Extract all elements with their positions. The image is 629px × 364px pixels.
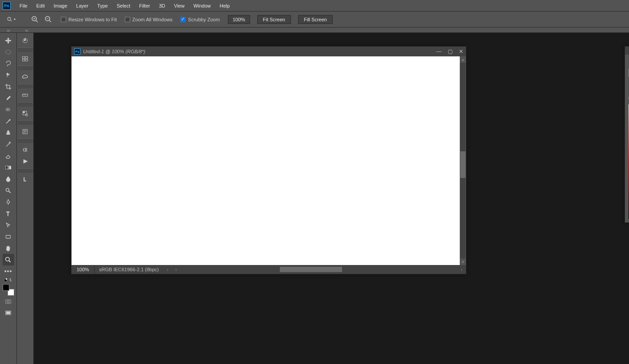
menu-select[interactable]: Select	[112, 1, 135, 10]
zoom-value-field[interactable]: 100%	[228, 15, 250, 24]
cloud-panel-icon[interactable]	[20, 71, 31, 83]
zoom-all-checkbox[interactable]: Zoom All Windows	[125, 17, 172, 22]
panel-divider	[18, 47, 33, 52]
svg-point-15	[6, 188, 9, 191]
play-panel-icon[interactable]	[20, 155, 31, 167]
menu-view[interactable]: View	[170, 1, 189, 10]
scroll-thumb[interactable]	[280, 267, 342, 272]
scroll-up-icon[interactable]: ▴	[462, 56, 464, 63]
vertical-scrollbar[interactable]: ▴ ▾	[460, 56, 466, 265]
paragraph-panel-icon[interactable]	[20, 126, 31, 137]
history-brush-tool[interactable]	[3, 138, 14, 150]
maximize-icon[interactable]: ▢	[448, 48, 453, 55]
app-icon: Ps	[3, 2, 11, 10]
svg-text:L: L	[24, 177, 26, 182]
close-icon[interactable]: ✕	[459, 48, 463, 55]
panel-divider	[18, 120, 33, 125]
scrubby-zoom-checkbox[interactable]: Scrubby Zoom	[180, 17, 220, 22]
menu-type[interactable]: Type	[93, 1, 112, 10]
scroll-left-icon[interactable]: ‹	[172, 267, 180, 272]
type-panel-icon[interactable]: L	[20, 174, 31, 185]
menu-window[interactable]: Window	[189, 1, 215, 10]
svg-rect-31	[25, 59, 28, 61]
screen-mode-tool[interactable]	[3, 307, 14, 319]
panel-divider	[18, 138, 33, 143]
minimize-icon[interactable]: —	[436, 48, 442, 55]
crop-tool[interactable]	[3, 81, 14, 92]
menu-edit[interactable]: Edit	[32, 1, 49, 10]
panel-divider	[18, 168, 33, 173]
svg-point-9	[6, 50, 11, 54]
edit-toolbar[interactable]: •••	[3, 265, 14, 277]
navigator-panel-icon[interactable]	[20, 35, 31, 46]
document-canvas[interactable]	[72, 56, 460, 265]
panel-divider	[18, 66, 33, 70]
scroll-thumb[interactable]	[460, 151, 466, 178]
svg-point-24	[7, 300, 9, 302]
scroll-down-icon[interactable]: ▾	[462, 259, 464, 265]
document-title: Untitled-1 @ 100% (RGB/8*)	[83, 49, 436, 54]
tool-preset-icon[interactable]: ▾	[7, 15, 16, 24]
menu-image[interactable]: Image	[49, 1, 72, 10]
3d-panel-icon[interactable]	[20, 107, 31, 119]
checkbox-icon	[125, 17, 130, 22]
scroll-track[interactable]	[460, 63, 466, 259]
menu-filter[interactable]: Filter	[135, 1, 154, 10]
fit-screen-button[interactable]: Fit Screen	[257, 15, 291, 24]
dodge-tool[interactable]	[3, 185, 14, 196]
footer-zoom-field[interactable]: 100%	[72, 265, 95, 274]
secondary-toolbar: L	[17, 33, 34, 364]
menu-bar: Ps File Edit Image Layer Type Select Fil…	[0, 0, 629, 12]
clone-stamp-tool[interactable]	[3, 127, 14, 138]
eyedropper-tool[interactable]	[3, 92, 14, 104]
pen-tool[interactable]	[3, 196, 14, 208]
menu-file[interactable]: File	[15, 1, 32, 10]
measure-panel-icon[interactable]	[20, 89, 31, 101]
hand-tool[interactable]	[3, 242, 14, 254]
actions-panel-icon[interactable]	[20, 144, 31, 155]
document-window: Ps Untitled-1 @ 100% (RGB/8*) — ▢ ✕ ▴ ▾ …	[71, 46, 466, 274]
rectangle-tool[interactable]	[3, 231, 14, 242]
lasso-tool[interactable]	[3, 58, 14, 69]
scroll-right-icon[interactable]: ›	[458, 267, 466, 272]
quick-mask-tool[interactable]	[3, 296, 14, 307]
svg-point-19	[6, 257, 9, 261]
checkbox-icon	[61, 17, 66, 22]
gradient-tool[interactable]	[3, 162, 14, 173]
svg-line-7	[49, 20, 51, 22]
magic-wand-tool[interactable]	[3, 69, 14, 81]
foreground-background-colors[interactable]	[3, 284, 14, 296]
arrange-panel-icon[interactable]	[20, 53, 31, 64]
healing-brush-tool[interactable]	[3, 104, 14, 115]
horizontal-scrollbar[interactable]	[182, 267, 455, 272]
menu-layer[interactable]: Layer	[72, 1, 93, 10]
document-titlebar[interactable]: Ps Untitled-1 @ 100% (RGB/8*) — ▢ ✕	[72, 47, 466, 56]
footer-info-arrow-icon[interactable]: ›	[163, 267, 172, 272]
resize-windows-checkbox[interactable]: Resize Windows to Fit	[61, 17, 117, 22]
svg-line-1	[10, 20, 12, 21]
eraser-tool[interactable]	[3, 150, 14, 162]
panel-divider	[18, 102, 33, 107]
svg-line-3	[36, 20, 38, 22]
path-selection-tool[interactable]	[3, 219, 14, 231]
zoom-tool[interactable]	[3, 254, 14, 265]
zoom-in-icon[interactable]	[31, 15, 40, 24]
footer-color-profile[interactable]: sRGB IEC61966-2.1 (8bpc)	[95, 267, 163, 272]
fill-screen-button[interactable]: Fill Screen	[298, 15, 333, 24]
marquee-tool[interactable]	[3, 46, 14, 58]
swap-colors-icon[interactable]	[3, 277, 14, 283]
type-tool[interactable]: T	[3, 208, 14, 219]
panel-divider	[18, 84, 33, 88]
tab-color[interactable]: Color	[625, 55, 629, 65]
options-bar: ▾ Resize Windows to Fit Zoom All Windows…	[0, 12, 629, 28]
blur-tool[interactable]	[3, 173, 14, 185]
menu-3d[interactable]: 3D	[155, 1, 170, 10]
document-footer: 100% sRGB IEC61966-2.1 (8bpc) › ‹ ›	[72, 265, 466, 274]
foreground-color-swatch[interactable]	[3, 284, 9, 291]
zoom-out-icon[interactable]	[44, 15, 53, 24]
move-tool[interactable]	[3, 35, 14, 46]
brush-tool[interactable]	[3, 115, 14, 127]
svg-rect-14	[6, 166, 11, 169]
workspace-area: Ps Untitled-1 @ 100% (RGB/8*) — ▢ ✕ ▴ ▾ …	[34, 33, 514, 364]
menu-help[interactable]: Help	[215, 1, 235, 10]
